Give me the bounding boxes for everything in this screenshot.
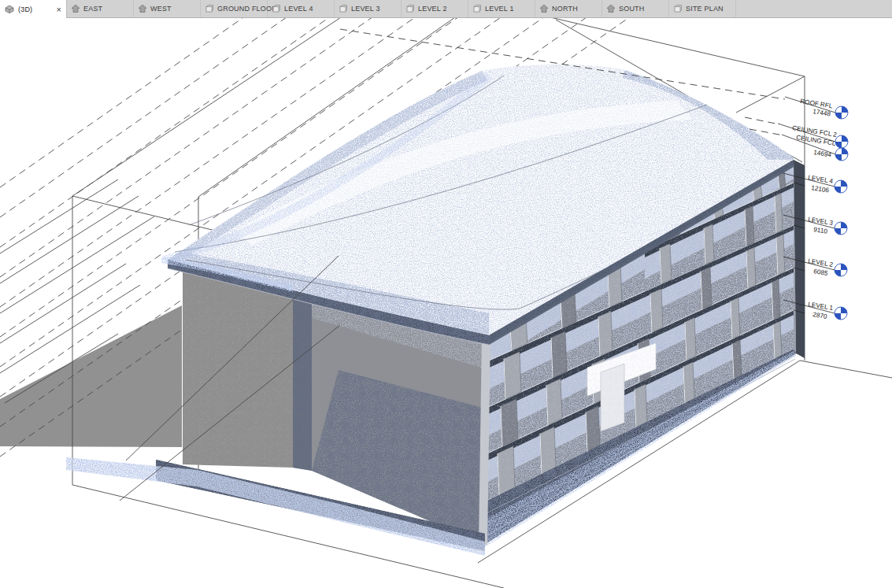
tab-site-plan[interactable]: SITE PLAN: [669, 0, 736, 17]
active-tab-label: (3D): [18, 6, 32, 13]
level-elevation-value: 14694: [813, 149, 832, 159]
tab-label: WEST: [150, 5, 172, 13]
level-elevation-value: 12106: [811, 184, 830, 194]
level-label: LEVEL 1: [808, 301, 834, 312]
tab-label: SITE PLAN: [686, 5, 724, 13]
level-label: LEVEL 4: [808, 174, 834, 185]
tab-label: LEVEL 4: [284, 5, 313, 13]
elevation-icon: [540, 5, 548, 13]
plan-icon: [406, 5, 414, 13]
tab-level-4[interactable]: LEVEL 4: [268, 0, 335, 17]
tab-label: LEVEL 1: [485, 5, 514, 13]
view-tab-bar: (3D) × EASTWESTGROUND FLOORLEVEL 4LEVEL …: [0, 0, 892, 18]
level-label: LEVEL 2: [808, 257, 834, 268]
tab-3d-view[interactable]: (3D) ×: [0, 0, 67, 18]
plan-icon: [272, 5, 280, 13]
tab-label: LEVEL 3: [351, 5, 380, 13]
tab-west[interactable]: WEST: [134, 0, 201, 17]
tab-label: LEVEL 2: [418, 5, 447, 13]
elevation-icon: [72, 5, 80, 13]
elevation-icon: [607, 5, 615, 13]
tab-label: SOUTH: [619, 5, 645, 13]
tab-east[interactable]: EAST: [67, 0, 134, 17]
tab-bar-filler: [736, 0, 892, 17]
close-tab-icon[interactable]: ×: [57, 6, 61, 13]
level-marker[interactable]: ROOF RFL17448: [785, 97, 848, 119]
elevation-icon: [139, 5, 146, 13]
ground-shadow: [0, 305, 182, 447]
tab-level-1[interactable]: LEVEL 1: [468, 0, 535, 17]
tab-north[interactable]: NORTH: [535, 0, 602, 17]
3d-view-icon: [5, 5, 14, 13]
revit-window: ROOF RFL17448CEILING FCL 2CEILING FCL146…: [0, 0, 892, 588]
level-elevation-value: 2870: [812, 311, 828, 320]
tab-level-2[interactable]: LEVEL 2: [402, 0, 468, 17]
level-elevation-value: 17448: [812, 108, 831, 118]
level-elevation-value: 9110: [813, 226, 828, 235]
tab-label: NORTH: [552, 5, 578, 13]
level-elevation-value: 6085: [813, 268, 829, 277]
tab-south[interactable]: SOUTH: [602, 0, 669, 17]
plan-icon: [205, 5, 213, 13]
tab-ground-floor[interactable]: GROUND FLOOR: [201, 0, 268, 17]
plan-icon: [339, 5, 347, 13]
tab-level-3[interactable]: LEVEL 3: [335, 0, 402, 17]
3d-view-canvas[interactable]: ROOF RFL17448CEILING FCL 2CEILING FCL146…: [0, 0, 892, 588]
plan-icon: [473, 5, 481, 13]
tab-label: EAST: [83, 5, 102, 13]
plan-icon: [674, 5, 682, 13]
level-label: LEVEL 3: [808, 216, 834, 227]
